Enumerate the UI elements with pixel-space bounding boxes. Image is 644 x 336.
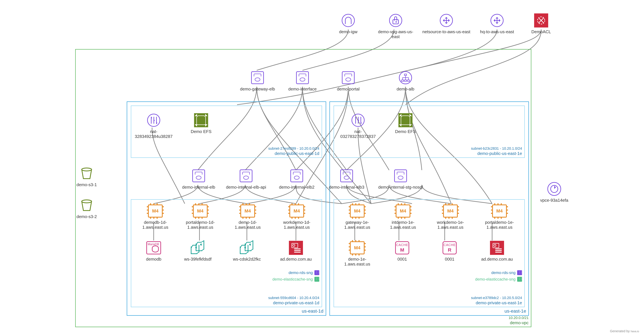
subnet-name-text: demo-private-us-east-1e — [471, 300, 522, 305]
node-label: nat-032783278372837 — [337, 129, 379, 139]
directory-service-icon — [289, 241, 303, 255]
node-label: ws-39fefkfdsdf — [182, 257, 214, 262]
node-ec2-d3[interactable]: M4 demo-1d-1.aws.east.us — [226, 204, 270, 230]
elasticache-icon: CACHEM — [395, 241, 409, 254]
node-cgw1[interactable]: netsource-to-aws-us-east — [422, 13, 471, 34]
node-label: demo-internal-elb-api — [224, 185, 268, 190]
az-d-name: us-east-1d — [302, 308, 324, 314]
sng-rds-label: demo-rds-sng — [491, 270, 516, 275]
footer-text: Generated by — [610, 329, 631, 333]
node-int-elb-d[interactable]: demo-internal-elb3 — [327, 168, 366, 190]
sng-elc-d: demo-elasticcache-sng — [272, 277, 319, 282]
node-cache-m[interactable]: CACHEM 0001 — [386, 240, 418, 262]
load-balancer-icon — [251, 71, 264, 84]
node-label: DemoACL — [525, 30, 558, 34]
efs-icon — [194, 113, 208, 127]
node-label: 0001 — [386, 257, 418, 262]
sng-elc-label: demo-elasticcache-sng — [475, 277, 516, 282]
node-int-elb-a[interactable]: demo-internal-elb — [180, 168, 218, 190]
node-int-elb-c[interactable]: demo-internal-elb2 — [278, 168, 316, 190]
node-int-elb-e[interactable]: demo-internal-stg-nosql — [376, 168, 425, 190]
node-rds[interactable]: MariaDB demodb — [137, 240, 170, 262]
node-nat-d[interactable]: nat-3283492384u38287 — [132, 113, 175, 139]
node-interface-elb[interactable]: demo-interface — [286, 70, 319, 92]
footer-credit: Generated by hava.io — [610, 329, 639, 333]
subnet-id-text: subnet-559cd604 - 10.20.4.0/24 — [268, 296, 319, 300]
node-gateway-elb[interactable]: demo-gateway-elb — [239, 70, 276, 92]
vpc-label: 10.20.0.0/21 demo-vpc — [509, 315, 528, 325]
node-label: demo-internal-elb — [180, 185, 218, 190]
node-int-elb-b[interactable]: demo-internal-elb-api — [224, 168, 268, 190]
node-ec2-e1[interactable]: M4 gateway-1e-1.aws.east.us — [335, 204, 379, 230]
subnet-private-d-label: subnet-559cd604 - 10.20.4.0/24 demo-priv… — [268, 296, 319, 305]
subnet-name-text: demo-public-us-east-1d — [268, 151, 319, 156]
az-e-name: us-east-1e — [504, 308, 526, 314]
node-label: demo-alb — [389, 87, 422, 92]
subnet-id-text: subnet-27es8289 - 10.20.0.0/24 — [268, 146, 319, 151]
node-label: vpce-93a14efa — [538, 198, 570, 203]
node-label: ad.demo.com.au — [481, 257, 513, 262]
sng-elc-e: demo-elasticcache-sng — [475, 277, 522, 282]
efs-icon — [398, 113, 412, 127]
node-cache-r[interactable]: CACHER 0001 — [433, 240, 466, 262]
directory-service-icon — [490, 241, 504, 255]
node-label: demo-portal — [332, 87, 364, 92]
node-vpg[interactable]: demo-vpg-aws-us-east — [374, 13, 417, 39]
node-efs-e[interactable]: Demo EFS — [389, 113, 422, 134]
rds-mariadb-icon: MariaDB — [146, 241, 161, 254]
node-efs-d[interactable]: Demo EFS — [185, 113, 218, 134]
node-ws2[interactable]: ws-cdsk2d2fkc — [230, 240, 263, 262]
node-label: ad.demo.com.au — [280, 257, 312, 262]
svg-point-4 — [82, 200, 92, 203]
s3-bucket-icon — [80, 199, 93, 211]
sng-rds-label: demo-rds-sng — [288, 270, 313, 275]
sng-rds-d: demo-rds-sng — [288, 270, 319, 275]
node-ds-e[interactable]: ad.demo.com.au — [481, 240, 513, 262]
az-e-label: us-east-1e — [504, 308, 526, 314]
footer-link[interactable]: hava.io — [630, 330, 639, 333]
node-label: Demo EFS — [389, 129, 422, 134]
node-ec2-d2[interactable]: M4 portaldemo-1d-1.aws.east.us — [178, 204, 222, 230]
load-balancer-icon — [340, 169, 353, 182]
customer-gateway-icon — [490, 14, 504, 27]
node-cgw2[interactable]: hq-to-aws-us-east — [478, 13, 517, 34]
node-label: workdemo-1e-1.aws.east.us — [427, 220, 474, 230]
load-balancer-icon — [394, 169, 407, 182]
subnet-public-d-label: subnet-27es8289 - 10.20.0.0/24 demo-publ… — [268, 146, 319, 156]
ec2-icon: M4 — [240, 204, 255, 218]
node-alb[interactable]: demo-alb — [389, 70, 422, 92]
node-igw[interactable]: demo-igw — [332, 13, 364, 34]
igw-icon — [342, 14, 355, 27]
node-ec2-e4[interactable]: M4 portaldemo-1e-1.aws.east.us — [476, 204, 523, 230]
node-ec2-e2[interactable]: M4 intdemo-1e-1.aws.east.us — [381, 204, 425, 230]
node-ds-d[interactable]: ad.demo.com.au — [280, 240, 312, 262]
elasticache-sng-icon — [517, 277, 522, 282]
node-label: netsource-to-aws-us-east — [422, 30, 471, 34]
node-s3-2[interactable]: demo-s3-2 — [70, 198, 103, 219]
node-acl[interactable]: DemoACL — [525, 13, 558, 34]
subnet-private-e-label: subnet-e3789dc2 - 10.20.5.0/24 demo-priv… — [471, 296, 522, 305]
vpc-name-text: demo-vpc — [509, 320, 528, 325]
ec2-icon: M4 — [193, 204, 208, 218]
rds-sng-icon — [314, 270, 319, 275]
workspace-icon — [240, 242, 254, 254]
node-label: demo-internal-elb3 — [327, 185, 366, 190]
s3-bucket-icon — [80, 167, 93, 180]
node-ec2-e5[interactable]: M4 demo-1e-1.aws.east.us — [335, 240, 379, 267]
load-balancer-icon — [240, 169, 252, 182]
node-nat-e[interactable]: nat-032783278372837 — [337, 113, 379, 139]
node-label: 0001 — [433, 257, 466, 262]
node-label: demo-s3-1 — [70, 182, 103, 187]
node-ec2-d1[interactable]: M4 demodb-1d-1.aws.east.us — [134, 204, 176, 230]
node-s3-1[interactable]: demo-s3-1 — [70, 166, 103, 187]
node-label: nat-3283492384u38287 — [132, 129, 175, 139]
node-ec2-e3[interactable]: M4 workdemo-1e-1.aws.east.us — [427, 204, 474, 230]
node-ec2-d4[interactable]: M4 workdemo-1d-1.aws.east.us — [273, 204, 320, 230]
node-ws1[interactable]: ws-39fefkfdsdf — [182, 240, 214, 262]
node-portal-elb[interactable]: demo-portal — [332, 70, 364, 92]
node-vpce[interactable]: vpce-93a14efa — [538, 182, 570, 203]
subnet-public-e-label: subnet-b23c2831 - 10.20.1.0/24 demo-publ… — [471, 146, 522, 156]
nat-gateway-icon — [147, 114, 160, 127]
node-label: demo-internal-elb2 — [278, 185, 316, 190]
node-label: gateway-1e-1.aws.east.us — [335, 220, 379, 230]
